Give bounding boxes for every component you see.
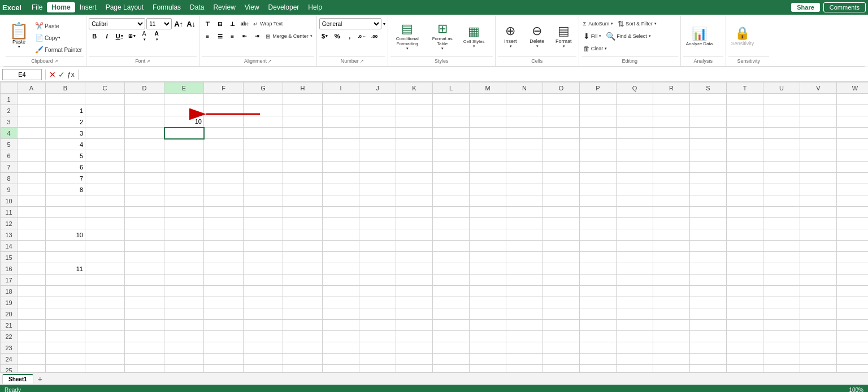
cell-J5[interactable]: [359, 139, 396, 150]
cell-H21[interactable]: [283, 320, 323, 331]
cell-T8[interactable]: [727, 173, 763, 184]
decrease-indent-button[interactable]: ⇤: [239, 31, 250, 42]
cell-W3[interactable]: [837, 116, 869, 128]
cell-U6[interactable]: [763, 150, 800, 162]
cell-O20[interactable]: [543, 308, 580, 320]
cell-Q18[interactable]: [617, 286, 653, 297]
cell-B3[interactable]: 2: [46, 116, 85, 128]
cell-V12[interactable]: [800, 218, 837, 229]
cell-L10[interactable]: [433, 195, 470, 207]
cell-S19[interactable]: [690, 297, 727, 308]
cell-C10[interactable]: [85, 195, 125, 207]
cell-A14[interactable]: [18, 241, 46, 252]
cell-D23[interactable]: [125, 342, 164, 354]
cell-N11[interactable]: [506, 207, 543, 218]
cell-J3[interactable]: [359, 116, 396, 128]
cell-I17[interactable]: [323, 275, 359, 286]
cell-Q21[interactable]: [617, 320, 653, 331]
row-num-5[interactable]: 5: [1, 139, 18, 150]
align-center-button[interactable]: ☰: [214, 31, 225, 42]
cell-A2[interactable]: [18, 105, 46, 116]
cell-M3[interactable]: [470, 116, 506, 128]
cell-A19[interactable]: [18, 297, 46, 308]
delete-button[interactable]: ⊖ Delete ▾: [524, 18, 550, 54]
cell-G1[interactable]: [244, 94, 283, 105]
cell-N3[interactable]: [506, 116, 543, 128]
cell-K24[interactable]: [396, 354, 433, 365]
col-header-I[interactable]: I: [323, 82, 359, 94]
cell-H2[interactable]: [283, 105, 323, 116]
currency-button[interactable]: $▾: [319, 31, 331, 42]
cell-G11[interactable]: [244, 207, 283, 218]
cell-G18[interactable]: [244, 286, 283, 297]
cell-P19[interactable]: [580, 297, 617, 308]
cell-W8[interactable]: [837, 173, 869, 184]
cell-S8[interactable]: [690, 173, 727, 184]
cell-M6[interactable]: [470, 150, 506, 162]
cell-D12[interactable]: [125, 218, 164, 229]
cell-K3[interactable]: [396, 116, 433, 128]
cell-H5[interactable]: [283, 139, 323, 150]
alignment-expand[interactable]: ↗: [268, 59, 272, 64]
cell-N19[interactable]: [506, 297, 543, 308]
cell-E21[interactable]: [164, 320, 204, 331]
cell-B13[interactable]: 10: [46, 229, 85, 241]
merge-center-button[interactable]: ⊞ Merge & Center ▾: [264, 31, 314, 42]
cell-H11[interactable]: [283, 207, 323, 218]
fill-button[interactable]: ⬇ Fill ▾: [581, 31, 604, 42]
cell-K8[interactable]: [396, 173, 433, 184]
cell-D10[interactable]: [125, 195, 164, 207]
cell-I21[interactable]: [323, 320, 359, 331]
cell-O5[interactable]: [543, 139, 580, 150]
cell-J21[interactable]: [359, 320, 396, 331]
cell-O9[interactable]: [543, 184, 580, 195]
cell-S21[interactable]: [690, 320, 727, 331]
cell-T5[interactable]: [727, 139, 763, 150]
cell-V10[interactable]: [800, 195, 837, 207]
cell-R22[interactable]: [653, 331, 690, 342]
cell-V20[interactable]: [800, 308, 837, 320]
cell-G17[interactable]: [244, 275, 283, 286]
row-num-24[interactable]: 24: [1, 354, 18, 365]
cell-P20[interactable]: [580, 308, 617, 320]
cell-C21[interactable]: [85, 320, 125, 331]
cell-W9[interactable]: [837, 184, 869, 195]
cell-V3[interactable]: [800, 116, 837, 128]
col-header-D[interactable]: D: [125, 82, 164, 94]
cell-W4[interactable]: [837, 128, 869, 139]
cell-U21[interactable]: [763, 320, 800, 331]
cell-F10[interactable]: [204, 195, 244, 207]
cell-R1[interactable]: [653, 94, 690, 105]
cell-D5[interactable]: [125, 139, 164, 150]
cell-B9[interactable]: 8: [46, 184, 85, 195]
cell-C2[interactable]: [85, 105, 125, 116]
cell-R7[interactable]: [653, 162, 690, 173]
cell-H10[interactable]: [283, 195, 323, 207]
cell-B20[interactable]: [46, 308, 85, 320]
cell-E6[interactable]: [164, 150, 204, 162]
cell-K11[interactable]: [396, 207, 433, 218]
cell-W17[interactable]: [837, 275, 869, 286]
cell-T16[interactable]: [727, 263, 763, 275]
cell-H25[interactable]: [283, 365, 323, 373]
cell-R3[interactable]: [653, 116, 690, 128]
row-num-11[interactable]: 11: [1, 207, 18, 218]
cell-T19[interactable]: [727, 297, 763, 308]
cell-A15[interactable]: [18, 252, 46, 263]
bold-button[interactable]: B: [89, 31, 100, 42]
row-num-10[interactable]: 10: [1, 195, 18, 207]
cell-C11[interactable]: [85, 207, 125, 218]
cell-I7[interactable]: [323, 162, 359, 173]
cell-H4[interactable]: [283, 128, 323, 139]
cell-H6[interactable]: [283, 150, 323, 162]
cell-M21[interactable]: [470, 320, 506, 331]
row-num-8[interactable]: 8: [1, 173, 18, 184]
cell-N10[interactable]: [506, 195, 543, 207]
cell-R8[interactable]: [653, 173, 690, 184]
col-header-E[interactable]: E: [164, 82, 204, 94]
cell-N1[interactable]: [506, 94, 543, 105]
cell-J6[interactable]: [359, 150, 396, 162]
cell-M8[interactable]: [470, 173, 506, 184]
cell-R13[interactable]: [653, 229, 690, 241]
cell-M19[interactable]: [470, 297, 506, 308]
